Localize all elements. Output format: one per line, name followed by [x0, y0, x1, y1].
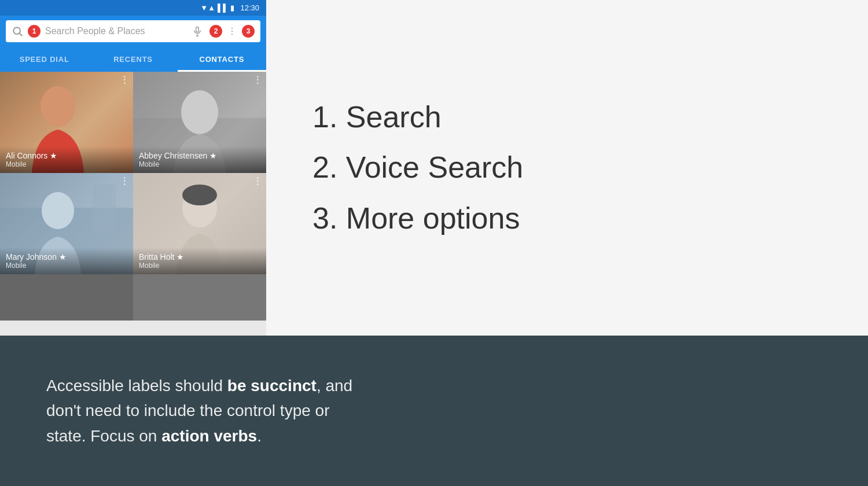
mic-icon[interactable]	[192, 26, 203, 36]
mary-type: Mobile	[6, 262, 127, 270]
contact-card-britta[interactable]: Britta Holt ★ Mobile ⋮	[133, 173, 266, 274]
abbey-type: Mobile	[139, 160, 260, 168]
tabs-bar: SPEED DIAL RECENTS CONTACTS	[0, 47, 266, 72]
abbey-name: Abbey Christensen ★	[139, 151, 260, 160]
britta-name: Britta Holt ★	[139, 252, 260, 262]
svg-point-16	[42, 192, 74, 229]
status-icons: ▼▲ ▌▌ ▮	[200, 3, 234, 12]
contact-card-mary[interactable]: Mary Johnson ★ Mobile ⋮	[0, 173, 133, 274]
svg-point-12	[181, 90, 218, 134]
tab-speed-dial[interactable]: SPEED DIAL	[0, 47, 89, 71]
top-section: ▼▲ ▌▌ ▮ 12:30 1 Search People & Places	[0, 0, 868, 336]
contact-card-ali[interactable]: Ali Connors ★ Mobile ⋮	[0, 72, 133, 173]
voice-badge: 2	[209, 25, 222, 38]
bottom-section: Accessible labels should be succinct, an…	[0, 336, 868, 486]
wifi-icon: ▼▲	[200, 3, 215, 12]
britta-more-dots[interactable]: ⋮	[252, 176, 262, 187]
svg-point-19	[182, 185, 217, 205]
search-badge: 1	[28, 25, 41, 38]
mary-more-dots[interactable]: ⋮	[119, 176, 129, 187]
search-placeholder-text: Search People & Places	[45, 26, 187, 36]
mary-name: Mary Johnson ★	[6, 252, 127, 262]
ali-more-dots[interactable]: ⋮	[119, 75, 129, 86]
svg-line-1	[20, 34, 23, 36]
status-time: 12:30	[240, 3, 259, 12]
bottom-description: Accessible labels should be succinct, an…	[46, 373, 352, 448]
instruction-1: 1. Search	[312, 98, 822, 137]
svg-point-5	[231, 28, 233, 29]
instructions-panel: 1. Search 2. Voice Search 3. More option…	[266, 0, 868, 336]
britta-type: Mobile	[139, 262, 260, 270]
abbey-info: Abbey Christensen ★ Mobile	[133, 146, 266, 173]
bottom-text-bold-2: action verbs	[161, 427, 257, 445]
mary-info: Mary Johnson ★ Mobile	[0, 248, 133, 274]
svg-point-7	[231, 34, 233, 35]
svg-point-9	[41, 86, 75, 127]
more-badge: 3	[242, 25, 255, 38]
britta-info: Britta Holt ★ Mobile	[133, 248, 266, 274]
contact-card-partial-1	[0, 274, 133, 321]
contact-card-partial-2	[133, 274, 266, 321]
search-icon	[12, 25, 23, 37]
search-bar: 1 Search People & Places 2 3	[0, 16, 266, 47]
svg-rect-2	[196, 27, 199, 32]
abbey-more-dots[interactable]: ⋮	[252, 75, 262, 86]
ali-name: Ali Connors ★	[6, 151, 127, 160]
bottom-text-end: .	[257, 427, 262, 445]
tab-recents[interactable]: RECENTS	[89, 47, 177, 71]
svg-point-6	[231, 31, 233, 32]
contacts-grid: Ali Connors ★ Mobile ⋮ Abbey Christensen…	[0, 72, 266, 336]
bottom-text-bold-1: be succinct	[227, 377, 317, 395]
battery-icon: ▮	[230, 3, 234, 12]
instruction-3: 3. More options	[312, 199, 822, 238]
phone-mockup: ▼▲ ▌▌ ▮ 12:30 1 Search People & Places	[0, 0, 266, 336]
ali-type: Mobile	[6, 160, 127, 168]
status-bar: ▼▲ ▌▌ ▮ 12:30	[0, 0, 266, 16]
search-input-wrapper[interactable]: 1 Search People & Places 2 3	[6, 20, 260, 42]
tab-contacts[interactable]: CONTACTS	[178, 47, 266, 71]
bottom-text-normal-1: Accessible labels should	[46, 377, 227, 395]
signal-icon: ▌▌	[218, 3, 228, 12]
svg-rect-15	[93, 185, 116, 231]
svg-point-0	[13, 27, 20, 34]
more-options-icon[interactable]	[227, 26, 237, 36]
contact-card-abbey[interactable]: Abbey Christensen ★ Mobile ⋮	[133, 72, 266, 173]
instruction-2: 2. Voice Search	[312, 148, 822, 187]
ali-info: Ali Connors ★ Mobile	[0, 146, 133, 173]
